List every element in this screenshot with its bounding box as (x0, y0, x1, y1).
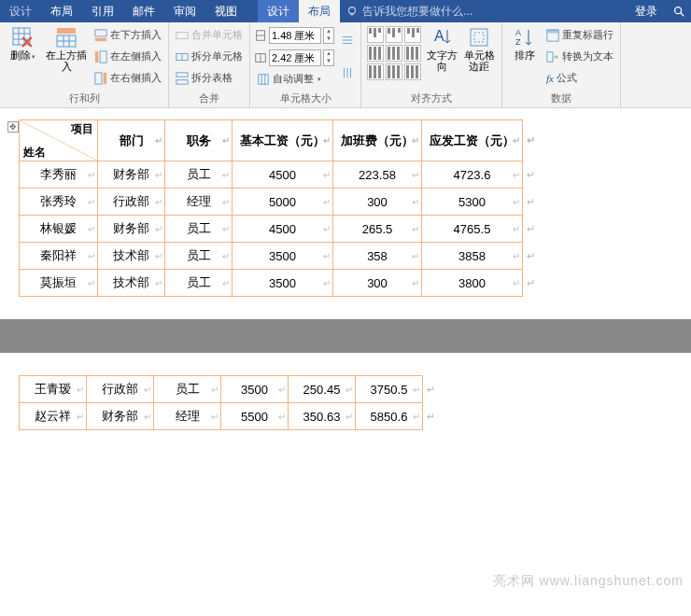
distribute-rows-button[interactable] (338, 33, 357, 48)
table-cell[interactable]: 3800↵↵ (422, 270, 523, 297)
row-height-icon (254, 29, 267, 42)
table-cell[interactable]: 赵云祥↵ (20, 403, 87, 430)
tell-me-box[interactable]: 告诉我您想要做什么... (340, 0, 626, 22)
split-cells-button[interactable]: 拆分单元格 (173, 49, 246, 64)
align-top-left[interactable] (367, 26, 384, 43)
align-mid-left[interactable] (367, 45, 384, 62)
table-cell[interactable]: 350.63↵ (289, 403, 356, 430)
table-cell[interactable]: 员工↵ (165, 161, 233, 189)
insert-right-button[interactable]: 在右侧插入 (92, 70, 164, 86)
align-bot-right[interactable] (404, 63, 421, 80)
sort-button[interactable]: AZ 排序 (506, 24, 543, 89)
split-cells-icon (176, 50, 189, 63)
text-direction-button[interactable]: A 文字方向 (423, 24, 460, 89)
table-cell[interactable]: 5500↵ (221, 403, 289, 430)
table-cell[interactable]: 秦阳祥↵ (20, 243, 98, 270)
table-cell[interactable]: 223.58↵ (333, 161, 422, 189)
tab-table-design[interactable]: 设计 (258, 0, 299, 22)
table-cell[interactable]: 莫振垣↵ (20, 270, 98, 297)
delete-button[interactable]: 删除▾ (4, 24, 41, 89)
svg-rect-25 (176, 72, 188, 76)
col-width-spinner[interactable]: ▲▼ (323, 49, 334, 66)
table-cell[interactable]: 行政部↵ (98, 189, 165, 216)
table-cell[interactable]: 250.45↵ (289, 376, 356, 403)
table-cell[interactable]: 300↵ (333, 270, 422, 297)
tab-table-layout[interactable]: 布局 (299, 0, 340, 22)
header-total[interactable]: 应发工资（元）↵↵ (422, 120, 523, 161)
table-cell[interactable]: 林银媛↵ (20, 216, 98, 243)
distribute-cols-button[interactable] (338, 65, 357, 80)
group-cell-size: ▲▼ ▲▼ 自动调整▾ 单元格大小 (250, 22, 361, 107)
table-cell[interactable]: 财务部↵ (98, 161, 165, 189)
table-cell[interactable]: 300↵ (333, 189, 422, 216)
convert-to-text-button[interactable]: 转换为文本 (543, 49, 616, 64)
tab-layout-doc[interactable]: 布局 (41, 0, 82, 22)
tab-review[interactable]: 审阅 (164, 0, 205, 22)
diagonal-header-cell[interactable]: 项目 姓名 (20, 120, 98, 161)
align-top-center[interactable] (386, 26, 402, 43)
autofit-button[interactable]: 自动调整▾ (254, 71, 334, 87)
align-mid-right[interactable] (404, 45, 421, 62)
table-cell[interactable]: 4500↵ (233, 161, 333, 189)
table-cell[interactable]: 5300↵↵ (422, 189, 523, 216)
table-cell[interactable]: 行政部↵ (87, 376, 154, 403)
search-icon[interactable] (667, 0, 691, 22)
tab-mailings[interactable]: 邮件 (123, 0, 164, 22)
table-cell[interactable]: 王青瑷↵ (20, 376, 87, 403)
tab-design-doc[interactable]: 设计 (0, 0, 41, 22)
table-cell[interactable]: 财务部↵ (98, 216, 165, 243)
repeat-header-button[interactable]: 重复标题行 (543, 27, 616, 43)
insert-left-button[interactable]: 在左侧插入 (92, 49, 164, 64)
table-cell[interactable]: 技术部↵ (98, 270, 165, 297)
tab-references[interactable]: 引用 (82, 0, 123, 22)
table-row: 张秀玲↵行政部↵经理↵5000↵300↵5300↵↵ (20, 189, 523, 216)
table-cell[interactable]: 员工↵ (165, 216, 233, 243)
table-cell[interactable]: 358↵ (333, 243, 422, 270)
login-link[interactable]: 登录 (626, 0, 667, 22)
table-cell[interactable]: 员工↵ (165, 243, 233, 270)
table-cell[interactable]: 3500↵ (233, 243, 333, 270)
table-cell[interactable]: 经理↵ (165, 189, 233, 216)
svg-rect-1 (351, 14, 354, 16)
table-cell[interactable]: 5000↵ (233, 189, 333, 216)
insert-above-button[interactable]: 在上方插入 (41, 24, 92, 89)
formula-button[interactable]: fx公式 (543, 70, 616, 86)
align-bot-center[interactable] (386, 63, 402, 80)
table-cell[interactable]: 4500↵ (233, 216, 333, 243)
table-move-handle[interactable]: ✥ (7, 121, 19, 133)
align-top-right[interactable] (404, 26, 421, 43)
table-cell[interactable]: 3750.5↵↵ (356, 376, 423, 403)
tab-view[interactable]: 视图 (205, 0, 247, 22)
document-area[interactable]: ✥ 项目 姓名 部门↵ 职务↵ 基本工资（元）↵ 加班费（元）↵ 应发工资（元）… (0, 108, 691, 616)
row-height-input[interactable] (269, 27, 321, 44)
table-cell[interactable]: 技术部↵ (98, 243, 165, 270)
header-ot[interactable]: 加班费（元）↵ (333, 120, 422, 161)
header-role[interactable]: 职务↵ (165, 120, 233, 161)
table-cell[interactable]: 张秀玲↵ (20, 189, 98, 216)
header-base[interactable]: 基本工资（元）↵ (233, 120, 333, 161)
table-cell[interactable]: 4723.6↵↵ (422, 161, 523, 189)
row-height-spinner[interactable]: ▲▼ (323, 27, 334, 44)
split-table-button[interactable]: 拆分表格 (173, 70, 246, 86)
align-bot-left[interactable] (367, 63, 384, 80)
distribute-cols-icon (341, 66, 354, 79)
salary-table-page2[interactable]: 王青瑷↵行政部↵员工↵3500↵250.45↵3750.5↵↵赵云祥↵财务部↵经… (19, 375, 423, 430)
table-cell[interactable]: 265.5↵ (333, 216, 422, 243)
table-cell[interactable]: 李秀丽↵ (20, 161, 98, 189)
table-cell[interactable]: 5850.6↵↵ (356, 403, 423, 430)
table-cell[interactable]: 4765.5↵↵ (422, 216, 523, 243)
cell-margins-icon (468, 26, 490, 49)
table-cell[interactable]: 3858↵↵ (422, 243, 523, 270)
table-cell[interactable]: 经理↵ (154, 403, 221, 430)
table-cell[interactable]: 3500↵ (221, 376, 289, 403)
table-cell[interactable]: 员工↵ (154, 376, 221, 403)
header-dept[interactable]: 部门↵ (98, 120, 165, 161)
insert-below-button[interactable]: 在下方插入 (92, 27, 164, 43)
table-cell[interactable]: 3500↵ (233, 270, 333, 297)
align-mid-center[interactable] (386, 45, 402, 62)
col-width-input[interactable] (269, 49, 321, 66)
salary-table[interactable]: 项目 姓名 部门↵ 职务↵ 基本工资（元）↵ 加班费（元）↵ 应发工资（元）↵↵… (19, 119, 523, 297)
table-cell[interactable]: 员工↵ (165, 270, 233, 297)
cell-margins-button[interactable]: 单元格边距 (460, 24, 498, 89)
table-cell[interactable]: 财务部↵ (87, 403, 154, 430)
